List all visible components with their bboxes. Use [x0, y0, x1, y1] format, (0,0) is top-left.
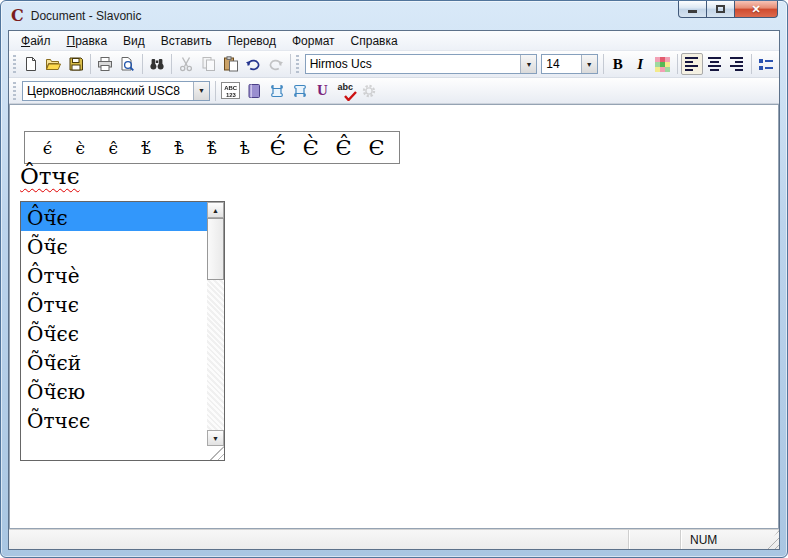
- suggestion-item[interactable]: О̂ч̃є: [21, 202, 207, 231]
- palette-char[interactable]: є̀: [64, 138, 97, 158]
- list-scrollbar[interactable]: ▲ ▼: [207, 202, 224, 460]
- status-message-pane: [9, 530, 628, 549]
- suggestion-item[interactable]: О̃ч̃єю: [21, 376, 207, 405]
- font-name-dropdown-button[interactable]: ▼: [520, 55, 536, 73]
- toolbar-separator: [290, 54, 291, 74]
- font-size-combo[interactable]: 14 ▼: [541, 54, 597, 74]
- align-center-button[interactable]: [703, 53, 725, 75]
- open-button[interactable]: [42, 53, 64, 75]
- menu-translate[interactable]: Перевод: [220, 32, 284, 50]
- suggestion-item[interactable]: О̂тчѐ: [21, 260, 207, 289]
- palette-char[interactable]: є́: [31, 138, 64, 158]
- toolbar-language: Церковнославянский USC8 ▼ ABC123 U abc: [9, 78, 779, 104]
- text-color-button[interactable]: [651, 53, 673, 75]
- typed-word[interactable]: О̂тчє: [20, 163, 80, 189]
- spellcheck-icon: abc: [337, 83, 355, 99]
- suggestion-item[interactable]: О̃ч̃є: [21, 231, 207, 260]
- binoculars-icon: [149, 56, 165, 72]
- copy-button[interactable]: [197, 53, 219, 75]
- copy-icon: [201, 56, 217, 72]
- list-resize-grip[interactable]: [207, 446, 224, 460]
- palette-char[interactable]: ѣ: [228, 138, 261, 158]
- num-lock-label: NUM: [690, 533, 717, 547]
- align-left-icon: [685, 57, 698, 71]
- scrollbar-track[interactable]: [207, 280, 224, 430]
- language-dropdown-button[interactable]: ▼: [193, 82, 209, 100]
- align-left-button[interactable]: [681, 53, 703, 75]
- window-resize-grip[interactable]: [762, 530, 779, 549]
- find-button[interactable]: [146, 53, 168, 75]
- status-pane: [628, 530, 680, 549]
- bullet-list-button[interactable]: [755, 53, 777, 75]
- menu-file[interactable]: Файл: [13, 32, 59, 50]
- language-combo[interactable]: Церковнославянский USC8 ▼: [22, 81, 210, 101]
- font-size-value[interactable]: 14: [542, 57, 580, 71]
- italic-icon: I: [637, 56, 643, 73]
- language-value[interactable]: Церковнославянский USC8: [23, 84, 193, 98]
- scroll-up-button[interactable]: ▲: [207, 202, 224, 218]
- minimize-button[interactable]: [678, 1, 707, 18]
- align-right-icon: [730, 57, 743, 71]
- spellcheck-button[interactable]: abc: [334, 80, 357, 102]
- menu-insert[interactable]: Вставить: [153, 32, 220, 50]
- arrow-down-icon: ▼: [212, 435, 219, 442]
- scroll-copy-button[interactable]: [288, 80, 311, 102]
- toolbar-grip[interactable]: [13, 55, 16, 73]
- bold-button[interactable]: B: [607, 53, 629, 75]
- menu-help[interactable]: Справка: [343, 32, 406, 50]
- menu-view[interactable]: Вид: [115, 32, 153, 50]
- print-preview-button[interactable]: [116, 53, 138, 75]
- align-right-button[interactable]: [725, 53, 747, 75]
- paste-icon: [223, 56, 239, 72]
- palette-char[interactable]: Є̂: [327, 136, 360, 160]
- suggestion-item[interactable]: О̃ч̃єй: [21, 347, 207, 376]
- palette-char[interactable]: ѣ̂: [196, 138, 229, 158]
- paste-button[interactable]: [220, 53, 242, 75]
- toolbar-grip[interactable]: [13, 82, 16, 100]
- print-button[interactable]: [94, 53, 116, 75]
- menu-edit[interactable]: Правка: [59, 32, 116, 50]
- app-window: С Document - Slavonic ✕ Файл Правка Вид …: [0, 0, 788, 558]
- font-name-combo[interactable]: Hirmos Ucs ▼: [305, 54, 538, 74]
- gear-icon: [361, 83, 377, 99]
- scrollbar-thumb[interactable]: [207, 218, 224, 280]
- palette-char[interactable]: Є́: [261, 136, 294, 160]
- new-document-button[interactable]: [20, 53, 42, 75]
- letters-numbers-button[interactable]: ABC123: [219, 80, 242, 102]
- font-name-value[interactable]: Hirmos Ucs: [306, 57, 521, 71]
- toolbar-separator: [171, 54, 172, 74]
- close-button[interactable]: ✕: [735, 1, 778, 18]
- cut-button[interactable]: [175, 53, 197, 75]
- suggestion-item[interactable]: О̃тчєє: [21, 405, 207, 434]
- font-size-dropdown-button[interactable]: ▼: [581, 55, 597, 73]
- scroll-down-button[interactable]: ▼: [207, 430, 224, 446]
- palette-char[interactable]: Є: [360, 136, 393, 160]
- settings-button[interactable]: [357, 80, 380, 102]
- palette-char[interactable]: Є̀: [294, 136, 327, 160]
- save-button[interactable]: [65, 53, 87, 75]
- abc123-icon: ABC123: [221, 82, 240, 99]
- toolbar-grip[interactable]: [296, 55, 299, 73]
- document-area[interactable]: є́ є̀ є̂ ѣ́ ѣ̀ ѣ̂ ѣ Є́ Є̀ Є̂ Є О̂тчє О̂ч…: [9, 104, 779, 529]
- align-center-icon: [708, 57, 721, 71]
- palette-char[interactable]: є̂: [97, 138, 130, 158]
- client-area: Файл Правка Вид Вставить Перевод Формат …: [8, 30, 780, 550]
- title-bar[interactable]: С Document - Slavonic ✕: [1, 1, 787, 30]
- unicode-button[interactable]: U: [311, 80, 334, 102]
- open-folder-icon: [45, 56, 61, 72]
- dictionary-button[interactable]: [242, 80, 265, 102]
- italic-button[interactable]: I: [629, 53, 651, 75]
- palette-char[interactable]: ѣ́: [130, 138, 163, 158]
- scroll-text-button[interactable]: [265, 80, 288, 102]
- menu-format[interactable]: Формат: [284, 32, 343, 50]
- chevron-down-icon: ▼: [198, 87, 205, 94]
- suggestion-item[interactable]: О̃ч̃єє: [21, 318, 207, 347]
- arrow-up-icon: ▲: [212, 207, 219, 214]
- maximize-button[interactable]: [707, 1, 735, 18]
- undo-button[interactable]: [242, 53, 264, 75]
- suggestion-item[interactable]: О̃тчє: [21, 289, 207, 318]
- palette-char[interactable]: ѣ̀: [163, 138, 196, 158]
- close-icon: ✕: [751, 3, 760, 16]
- redo-button[interactable]: [264, 53, 286, 75]
- toolbar-separator: [142, 54, 143, 74]
